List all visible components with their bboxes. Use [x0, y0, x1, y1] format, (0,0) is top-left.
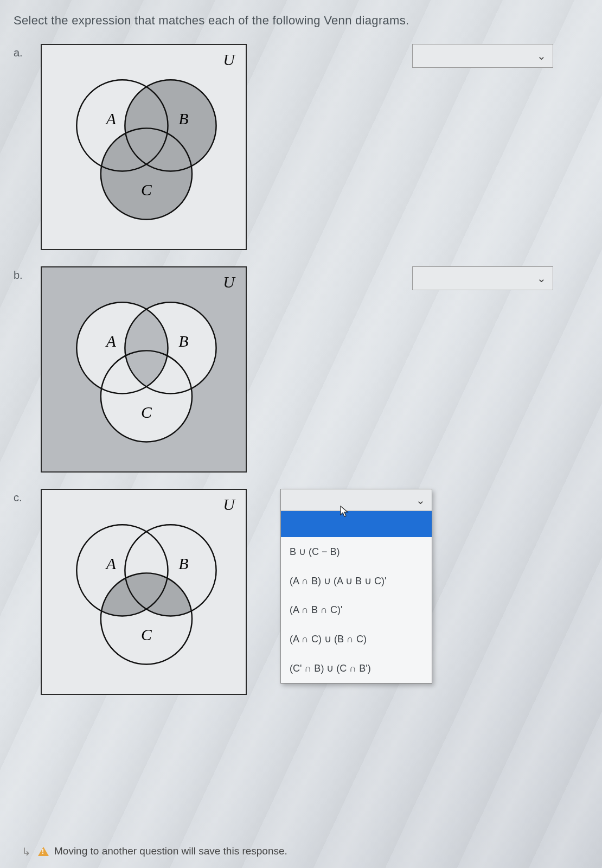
warning-icon — [38, 847, 49, 856]
dropdown-option-blank[interactable] — [281, 511, 432, 537]
dropdown-option-3[interactable]: (A ∩ C) ∪ (B ∩ C) — [281, 624, 432, 654]
row-b: b. U A B C ⌄ — [14, 266, 591, 473]
footer-text: Moving to another question will save thi… — [54, 845, 287, 857]
svg-text:B: B — [178, 555, 188, 572]
set-c-label: C — [141, 181, 152, 199]
cursor-icon — [339, 505, 352, 518]
footer-notice: ↳ Moving to another question will save t… — [38, 845, 287, 857]
venn-diagram-c: A B C — [42, 490, 246, 694]
svg-text:C: C — [141, 404, 152, 421]
svg-text:A: A — [105, 333, 117, 350]
question-prompt: Select the expression that matches each … — [14, 14, 591, 28]
venn-box-c: U A B C — [41, 489, 247, 695]
svg-text:C: C — [141, 626, 152, 643]
chevron-down-icon: ⌄ — [537, 272, 546, 285]
dropdown-option-4[interactable]: (C' ∩ B) ∪ (C ∩ B') — [281, 654, 432, 683]
dropdown-b[interactable]: ⌄ — [412, 266, 553, 290]
return-arrow-icon: ↳ — [22, 845, 31, 858]
row-c: c. U A B C — [14, 489, 591, 695]
dropdown-option-0[interactable]: B ∪ (C − B) — [281, 537, 432, 566]
set-b-label: B — [178, 110, 188, 127]
dropdown-a[interactable]: ⌄ — [412, 44, 553, 68]
set-a-label: A — [105, 110, 117, 127]
svg-text:B: B — [178, 333, 188, 350]
row-a: a. U A B — [14, 44, 591, 250]
venn-diagram-a: A B C — [42, 45, 246, 249]
venn-diagram-b: A B C — [42, 267, 246, 471]
dropdown-option-2[interactable]: (A ∩ B ∩ C)' — [281, 596, 432, 624]
chevron-down-icon: ⌄ — [537, 49, 546, 62]
svg-text:A: A — [105, 555, 117, 572]
venn-box-a: U A B C — [41, 44, 247, 250]
venn-box-b: U A B C — [41, 266, 247, 473]
dropdown-c-trigger[interactable]: ⌄ — [281, 489, 432, 511]
dropdown-c-open: ⌄ B ∪ (C − B) (A ∩ B) ∪ (A ∪ B ∪ C)' (A … — [280, 489, 432, 684]
chevron-down-icon: ⌄ — [416, 494, 425, 507]
label-c: c. — [14, 489, 41, 504]
label-b: b. — [14, 266, 41, 282]
dropdown-option-1[interactable]: (A ∩ B) ∪ (A ∪ B ∪ C)' — [281, 566, 432, 596]
label-a: a. — [14, 44, 41, 59]
